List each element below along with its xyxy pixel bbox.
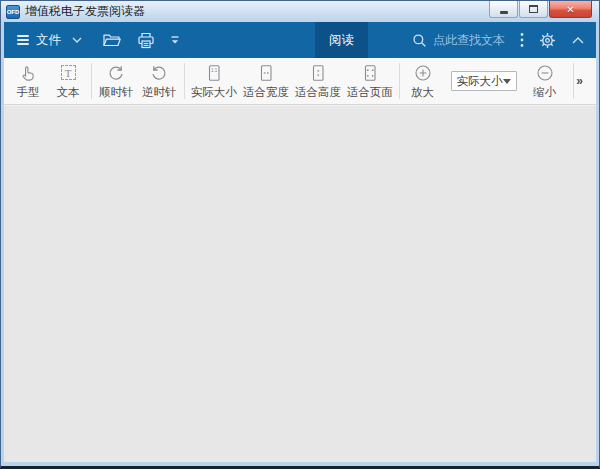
tool-label: 适合页面 bbox=[347, 85, 393, 100]
zoom-out-button[interactable]: 缩小 bbox=[525, 61, 565, 102]
tool-label: 缩小 bbox=[533, 85, 556, 100]
minimize-button[interactable] bbox=[489, 1, 518, 18]
zoom-in-button[interactable]: 放大 bbox=[403, 61, 443, 102]
fit-width-icon bbox=[256, 63, 276, 83]
tab-read[interactable]: 阅读 bbox=[315, 22, 368, 58]
app-window: OFD 增值税电子发票阅读器 ✕ 文件 bbox=[0, 0, 600, 469]
actual-size-icon: 1:1 bbox=[204, 63, 224, 83]
fit-height-button[interactable]: 适合高度 bbox=[292, 61, 344, 102]
fit-height-icon bbox=[308, 63, 328, 83]
tool-label: 逆时针 bbox=[142, 85, 177, 100]
tool-label: 放大 bbox=[411, 85, 434, 100]
maximize-icon bbox=[529, 5, 538, 13]
toolbar-separator bbox=[184, 63, 185, 99]
app-icon: OFD bbox=[6, 5, 20, 19]
toolbar-overflow-button[interactable]: » bbox=[576, 74, 592, 88]
tool-label: 手型 bbox=[17, 85, 40, 100]
settings-button[interactable] bbox=[539, 32, 556, 49]
window-controls: ✕ bbox=[489, 1, 592, 18]
rotate-ccw-icon bbox=[149, 63, 169, 83]
titlebar[interactable]: OFD 增值税电子发票阅读器 ✕ bbox=[1, 1, 599, 22]
toolbar-separator bbox=[399, 63, 400, 99]
ribbon-right-cluster: 点此查找文本 bbox=[412, 32, 596, 49]
tool-label: 适合高度 bbox=[295, 85, 341, 100]
printer-icon bbox=[137, 32, 155, 49]
toolbar-separator bbox=[573, 63, 574, 99]
more-options-button[interactable] bbox=[520, 32, 524, 48]
zoom-level-select[interactable]: 实际大小 bbox=[451, 71, 517, 91]
hand-icon bbox=[18, 63, 38, 83]
print-dropdown-icon bbox=[168, 34, 182, 47]
print-options-dropdown[interactable] bbox=[168, 34, 182, 47]
collapse-ribbon-button[interactable] bbox=[571, 36, 585, 45]
chevron-down-icon bbox=[503, 79, 511, 84]
fit-width-button[interactable]: 适合宽度 bbox=[240, 61, 292, 102]
document-viewer-area bbox=[4, 105, 596, 462]
print-button[interactable] bbox=[137, 32, 155, 49]
tool-label: 文本 bbox=[57, 85, 80, 100]
zoom-level-value: 实际大小 bbox=[457, 74, 503, 89]
toolbar-separator bbox=[91, 63, 92, 99]
gear-icon bbox=[539, 32, 556, 49]
file-menu-label: 文件 bbox=[36, 32, 61, 49]
rotate-counterclockwise-button[interactable]: 逆时针 bbox=[138, 61, 181, 102]
kebab-menu-icon bbox=[520, 32, 524, 48]
rotate-clockwise-button[interactable]: 顺时针 bbox=[95, 61, 138, 102]
close-icon: ✕ bbox=[566, 2, 574, 17]
rotate-cw-icon bbox=[106, 63, 126, 83]
file-menu-button[interactable]: 文件 bbox=[17, 32, 82, 49]
tool-label: 适合宽度 bbox=[243, 85, 289, 100]
minimize-icon bbox=[500, 11, 508, 14]
folder-open-icon bbox=[102, 32, 122, 48]
hand-tool-button[interactable]: 手型 bbox=[8, 61, 48, 102]
tool-label: 顺时针 bbox=[99, 85, 134, 100]
svg-text:1:1: 1:1 bbox=[211, 67, 218, 72]
maximize-button[interactable] bbox=[519, 1, 548, 18]
fit-page-button[interactable]: 适合页面 bbox=[344, 61, 396, 102]
hamburger-icon bbox=[17, 35, 29, 45]
text-tool-button[interactable]: T 文本 bbox=[48, 61, 88, 102]
chevron-down-icon bbox=[72, 37, 82, 43]
search-icon bbox=[412, 33, 427, 48]
zoom-in-icon bbox=[413, 63, 433, 83]
actual-size-button[interactable]: 1:1 实际大小 bbox=[188, 61, 240, 102]
fit-page-icon bbox=[360, 63, 380, 83]
collapse-ribbon-icon bbox=[571, 36, 585, 45]
window-title: 增值税电子发票阅读器 bbox=[25, 3, 145, 20]
tool-label: 实际大小 bbox=[191, 85, 237, 100]
text-select-icon: T bbox=[61, 63, 76, 83]
zoom-out-icon bbox=[535, 63, 555, 83]
open-file-button[interactable] bbox=[102, 32, 122, 48]
close-button[interactable]: ✕ bbox=[549, 1, 592, 18]
find-text-button[interactable]: 点此查找文本 bbox=[412, 32, 505, 49]
ribbon-bar: 文件 阅读 bbox=[4, 22, 596, 58]
reading-toolbar: 手型 T 文本 顺时针 bbox=[4, 58, 596, 105]
search-placeholder-text: 点此查找文本 bbox=[433, 32, 505, 49]
